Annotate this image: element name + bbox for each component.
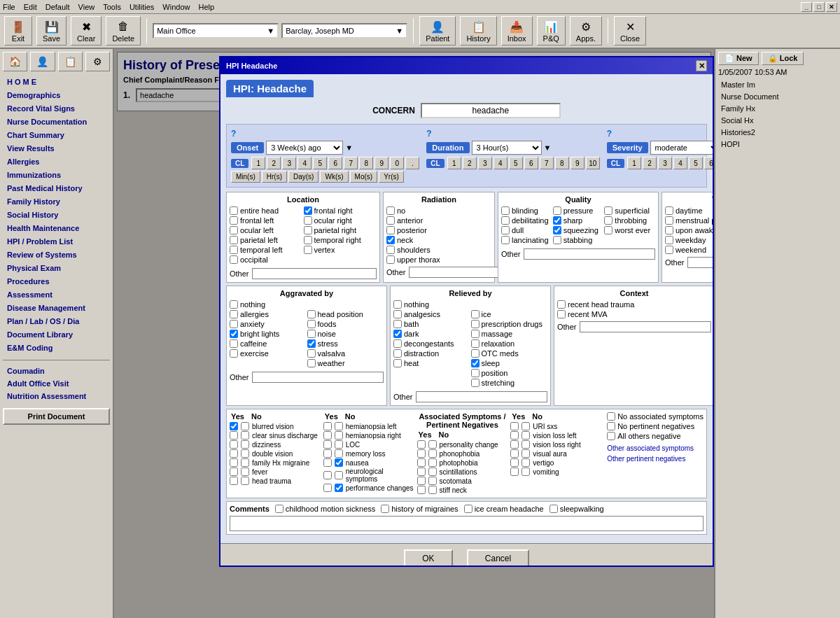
apps-button[interactable]: ⚙ Apps. <box>570 16 602 45</box>
dur-cl-3[interactable]: 3 <box>478 157 492 169</box>
tim-other-input[interactable] <box>687 257 714 268</box>
vertigo-no[interactable] <box>522 458 530 467</box>
tim-weekday-cb[interactable] <box>665 236 673 244</box>
hemianopsia-right-yes[interactable] <box>323 431 332 440</box>
cl-7[interactable]: 7 <box>344 157 358 169</box>
menu-help[interactable]: Help <box>198 3 214 11</box>
minimize-btn[interactable]: _ <box>801 2 812 12</box>
perf-no[interactable] <box>335 484 343 492</box>
family-hx-yes[interactable] <box>230 458 238 467</box>
sidebar-item-14[interactable]: Physical Exam <box>3 262 110 274</box>
sidebar-item-8[interactable]: Past Medical History <box>3 182 110 195</box>
cl-6[interactable]: 6 <box>328 157 342 169</box>
personality-yes[interactable] <box>417 440 426 449</box>
ctx-other-input[interactable] <box>580 321 711 332</box>
agg-nothing-cb[interactable] <box>230 300 238 309</box>
right-panel-item-1[interactable]: Nurse Document <box>718 91 837 102</box>
office-dropdown[interactable]: Main Office ▼ <box>153 23 279 38</box>
no-assoc-symptoms-cb[interactable] <box>607 412 615 421</box>
rel-otc-cb[interactable] <box>471 349 479 358</box>
sinus-yes[interactable] <box>230 431 238 440</box>
loc-frontal-right-cb[interactable] <box>304 206 312 215</box>
rel-massage-cb[interactable] <box>471 330 479 338</box>
vomiting-no[interactable] <box>522 468 530 476</box>
rel-sleep-cb[interactable] <box>471 359 479 367</box>
rel-decongest-cb[interactable] <box>393 339 402 348</box>
dur-cl-9[interactable]: 9 <box>570 157 584 169</box>
vision-left-yes[interactable] <box>510 431 519 440</box>
sidebar-icon-2[interactable]: 👤 <box>30 52 55 71</box>
scintillations-yes[interactable] <box>417 468 426 476</box>
exit-button[interactable]: 🚪 Exit <box>4 16 32 45</box>
rel-heat-cb[interactable] <box>393 359 402 367</box>
sidebar-item-5[interactable]: View Results <box>3 142 110 155</box>
sidebar-item-nutrition[interactable]: Nutrition Assessment <box>3 390 110 402</box>
family-hx-no[interactable] <box>241 458 249 467</box>
agg-stress-cb[interactable] <box>307 339 316 348</box>
loc-no[interactable] <box>335 440 343 449</box>
agg-weather-cb[interactable] <box>307 359 316 367</box>
loc-frontal-left-cb[interactable] <box>230 216 238 225</box>
nausea-yes[interactable] <box>323 458 332 467</box>
sidebar-item-18[interactable]: Plan / Lab / OS / Dia <box>3 315 110 328</box>
app-close-btn[interactable]: ✕ <box>826 2 837 12</box>
rad-upper-thorax-cb[interactable] <box>386 255 395 264</box>
comments-text-input[interactable] <box>230 516 704 531</box>
stiff-neck-yes[interactable] <box>417 486 426 494</box>
dur-cl-2[interactable]: 2 <box>463 157 477 169</box>
dur-cl-7[interactable]: 7 <box>540 157 554 169</box>
cl-dot[interactable]: . <box>405 157 419 169</box>
unit-mo[interactable]: Mo(s) <box>350 171 378 183</box>
dur-cl-6[interactable]: 6 <box>524 157 538 169</box>
agg-caffeine-cb[interactable] <box>230 339 238 348</box>
sev-cl-1[interactable]: 1 <box>627 157 641 169</box>
sev-cl-2[interactable]: 2 <box>643 157 657 169</box>
agg-allergies-cb[interactable] <box>230 310 238 318</box>
scintillations-no[interactable] <box>428 468 437 476</box>
rel-distraction-cb[interactable] <box>393 349 402 358</box>
head-trauma-no[interactable] <box>241 477 249 485</box>
menu-file[interactable]: File <box>3 3 15 11</box>
uri-no[interactable] <box>522 422 530 430</box>
sidebar-item-adult[interactable]: Adult Office Visit <box>3 377 110 390</box>
sidebar-item-17[interactable]: Disease Management <box>3 302 110 314</box>
history-migraines-cb[interactable] <box>381 505 389 513</box>
loc-occipital-cb[interactable] <box>230 255 238 264</box>
memory-loss-yes[interactable] <box>323 449 332 458</box>
agg-head-pos-cb[interactable] <box>307 310 316 318</box>
qual-debilitating-cb[interactable] <box>501 216 510 225</box>
sidebar-item-coumadin[interactable]: Coumadin <box>3 365 110 377</box>
ctx-recent-head-trauma-cb[interactable] <box>557 300 566 309</box>
head-trauma-yes[interactable] <box>230 477 238 485</box>
loc-ocular-left-cb[interactable] <box>230 226 238 234</box>
cl-0[interactable]: 0 <box>390 157 404 169</box>
sidebar-icon-1[interactable]: 🏠 <box>3 52 27 71</box>
blurred-vision-no[interactable] <box>241 422 249 430</box>
agg-bright-lights-cb[interactable] <box>230 330 238 338</box>
dur-cl-10[interactable]: 10 <box>586 157 600 169</box>
memory-loss-no[interactable] <box>335 449 343 458</box>
tim-awakening-cb[interactable] <box>665 226 673 234</box>
qual-sharp-cb[interactable] <box>553 216 561 225</box>
dialog-close-button[interactable]: ✕ <box>696 60 707 71</box>
vision-right-no[interactable] <box>522 440 530 449</box>
sev-cl-3[interactable]: 3 <box>658 157 672 169</box>
qual-lancinating-cb[interactable] <box>501 236 510 244</box>
tim-weekend-cb[interactable] <box>665 246 673 254</box>
loc-temporal-right-cb[interactable] <box>304 236 312 244</box>
save-button[interactable]: 💾 Save <box>36 16 66 45</box>
perf-yes[interactable] <box>323 484 332 492</box>
history-button[interactable]: 📋 History <box>460 16 496 45</box>
right-panel-item-2[interactable]: Family Hx <box>718 103 837 114</box>
onset-question[interactable]: ? <box>231 129 236 139</box>
stiff-neck-no[interactable] <box>428 486 437 494</box>
dur-cl-1[interactable]: 1 <box>447 157 461 169</box>
other-assoc-symptoms-link[interactable]: Other associated symptoms <box>607 444 704 452</box>
sidebar-item-16[interactable]: Assessment <box>3 288 110 301</box>
cl-4[interactable]: 4 <box>298 157 312 169</box>
maximize-btn[interactable]: □ <box>813 2 825 12</box>
sidebar-item-1[interactable]: Demographics <box>3 89 110 101</box>
menu-window[interactable]: Window <box>162 3 190 11</box>
vision-left-no[interactable] <box>522 431 530 440</box>
unit-hr[interactable]: Hr(s) <box>262 171 287 183</box>
